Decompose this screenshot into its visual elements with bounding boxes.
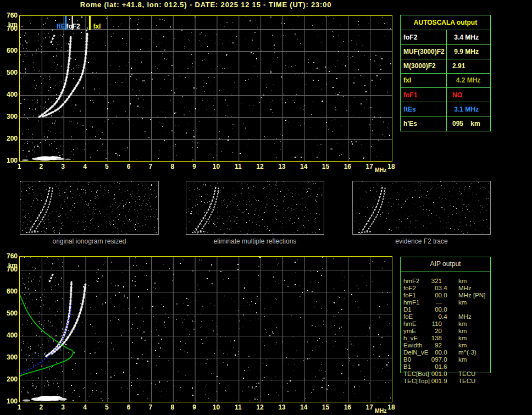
- table-row: foF100.0MHz[PN]: [401, 292, 494, 299]
- table-row: h_vE138km: [401, 335, 494, 342]
- thumbnail-original-ionogram: [20, 181, 159, 235]
- y-tick-label: 500: [1, 310, 18, 317]
- row-value-frac: .0: [442, 370, 447, 378]
- x-tick-label: 10: [209, 163, 223, 170]
- y-tick-label: 760: [1, 253, 18, 260]
- thumbnail-caption: evidence F2 trace: [352, 237, 491, 245]
- row-value: 3.1 MHz: [447, 102, 490, 116]
- table-row: Ewidth92km: [401, 342, 494, 349]
- x-tick-label: 3: [57, 163, 70, 170]
- row-unit: km: [458, 278, 467, 285]
- y-tick-label: 600: [1, 288, 18, 295]
- row-value: 095 km: [447, 117, 490, 131]
- row-unit: km: [458, 299, 467, 306]
- x-tick-label: 17: [363, 404, 376, 411]
- row-value-int: 00: [406, 306, 442, 313]
- x-tick-label: 8: [166, 163, 179, 170]
- fxI-marker-label: fxI: [93, 23, 101, 30]
- noise-layer: [186, 181, 323, 234]
- aip-table-title: AIP output: [401, 260, 490, 268]
- x-tick-label: 5: [100, 404, 113, 411]
- y-tick-label: 300: [1, 113, 18, 120]
- es-layer-trace: [192, 231, 206, 233]
- x-tick-label: 14: [297, 404, 311, 411]
- row-value-frac: .9: [442, 378, 447, 385]
- table-row: MUF(3000)F2 9.9 MHz: [401, 44, 490, 58]
- thumbnail-canvas: [353, 181, 490, 234]
- row-value-frac: .0: [442, 292, 447, 299]
- table-row: hmF2321km: [401, 278, 494, 285]
- x-tick-label: 10: [209, 404, 223, 411]
- autoscala-table-title: AUTOSCALA output: [401, 15, 490, 30]
- row-value: 2.91: [447, 59, 490, 73]
- echo-streak: [51, 35, 55, 43]
- y-tick-label: 400: [1, 332, 18, 339]
- x-trace-path-fringe: [43, 34, 87, 117]
- row-value-int: 0: [406, 313, 442, 320]
- x-tick-label: 1: [13, 163, 26, 170]
- table-row: TEC[Top]001.9TECU: [401, 378, 494, 385]
- table-row: B101.6: [401, 363, 494, 370]
- x-tick-label: 7: [144, 163, 157, 170]
- noise-layer: [20, 257, 391, 401]
- x-trace-path: [43, 34, 87, 117]
- x-tick-label: 4: [78, 404, 91, 411]
- row-unit: MHz: [458, 285, 472, 292]
- x-tick-label: 11: [231, 163, 245, 170]
- table-row: foE0.4MHz: [401, 313, 494, 320]
- km-unit-label: km: [1, 262, 18, 269]
- row-value-frac: .0: [442, 306, 447, 313]
- x-tick-label: 1: [13, 404, 26, 411]
- y-tick-label: 760: [1, 12, 18, 19]
- thumbnail-eliminate-reflections: [186, 181, 324, 235]
- noise-layer: [20, 181, 158, 234]
- y-tick-label: 600: [1, 47, 18, 54]
- aip-output-table: AIP output hmF2321kmfoF203.4MHzfoF100.0M…: [400, 257, 491, 373]
- km-unit-label: km: [1, 21, 18, 29]
- y-tick-label: 200: [1, 135, 18, 142]
- row-extra: [PN]: [473, 292, 485, 299]
- row-value-int: 097: [406, 356, 442, 363]
- row-unit: MHz: [458, 313, 472, 320]
- autoscala-output-table: AUTOSCALA output foF2 3.4 MHzMUF(3000)F2…: [400, 15, 491, 131]
- table-row: B0097.0km: [401, 356, 494, 363]
- thumbnail-evidence-f2-trace: [352, 181, 491, 235]
- row-value-int: 00: [406, 349, 442, 356]
- y-tick-label: 300: [1, 354, 18, 361]
- thumbnail-canvas: [186, 181, 324, 234]
- x-tick-label: 6: [122, 163, 135, 170]
- o-trace-path: [39, 36, 71, 117]
- table-row: foF2 3.4 MHz: [401, 30, 490, 44]
- row-value-frac: .6: [442, 363, 447, 370]
- o-trace-path: [46, 282, 71, 356]
- thumbnail-caption: original ionogram resized: [20, 237, 159, 245]
- foF2-marker-label: foF2: [66, 23, 80, 30]
- row-unit: km: [458, 356, 467, 363]
- x-trace-path: [34, 188, 53, 232]
- row-value-int: 03: [406, 285, 442, 292]
- x-tick-label: 18: [385, 163, 398, 170]
- x-tick-label: 13: [275, 163, 289, 170]
- x-tick-label: 16: [341, 163, 354, 170]
- echo-streak: [49, 274, 53, 282]
- table-row: fxI 4.2 MHz: [401, 73, 490, 87]
- row-value-frac: .4: [442, 285, 447, 292]
- mhz-unit-label: MHz: [375, 167, 387, 173]
- row-value-int: 001: [406, 378, 442, 385]
- row-unit: TECU: [458, 378, 475, 385]
- row-unit: km: [458, 342, 467, 349]
- row-unit: km: [458, 335, 467, 342]
- table-row: ymE20km: [401, 328, 494, 335]
- x-tick-label: 15: [319, 404, 332, 411]
- row-value-int: 92: [406, 342, 442, 349]
- x-tick-label: 15: [319, 163, 332, 170]
- row-value-int: 00: [406, 292, 442, 299]
- noise-layer: [353, 181, 490, 234]
- x-tick-label: 2: [35, 404, 48, 411]
- es-layer-trace: [26, 231, 40, 233]
- x-tick-label: 9: [188, 404, 201, 411]
- row-value: 4.2 MHz: [447, 74, 490, 87]
- x-trace-path: [200, 188, 219, 232]
- row-unit: km: [458, 328, 467, 335]
- row-value-int: 001: [406, 370, 442, 378]
